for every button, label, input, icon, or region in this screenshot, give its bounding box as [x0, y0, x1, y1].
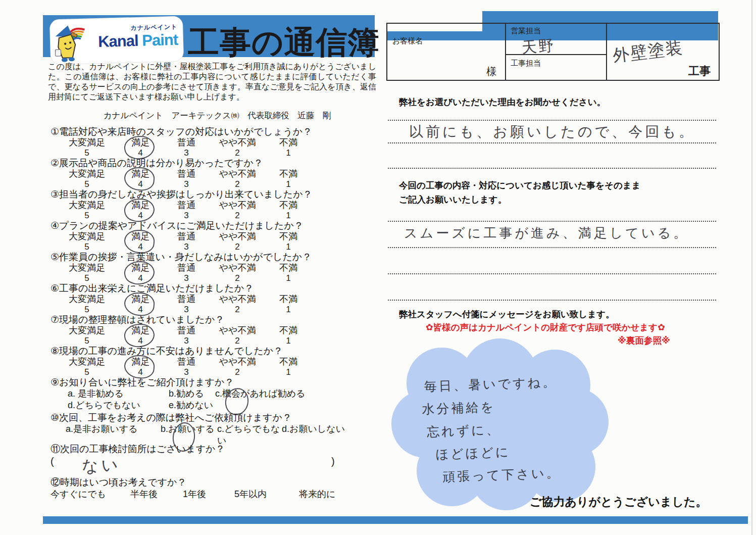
question-12-timing: ⑫時期はいつ頃お考えですか？ 今すぐにでも半年後1年後5年以内将来的に — [51, 477, 379, 507]
option-e: e.勧めない — [169, 400, 213, 411]
scale-label: 大変満足 — [57, 200, 117, 211]
option-d: d.どちらでもない — [68, 400, 169, 411]
scale-value: 5 — [57, 305, 117, 314]
scale-value: 2 — [209, 242, 266, 252]
option-now: 今すぐにでも — [51, 488, 130, 500]
scale-value: 1 — [266, 242, 311, 252]
scale-label: やや不満 — [209, 325, 266, 336]
message-section-title: 弊社スタッフへ付箋にメッセージをお願い致します。 — [399, 308, 615, 320]
question-number: ⑧ — [51, 346, 59, 356]
scale-value: 2 — [209, 305, 266, 314]
scale-value: 5 — [57, 242, 117, 252]
scale-label: 大変満足 — [57, 263, 117, 273]
question-number: ⑨ — [51, 377, 59, 387]
rating-question-1: ①電話対応や来店時のスタッフの対応はいかがでしょうか？ 大変満足満足普通やや不満… — [51, 126, 379, 158]
scale-value: 2 — [209, 179, 266, 189]
scale-value: 1 — [266, 179, 311, 189]
scale-value: 3 — [164, 367, 209, 377]
scale-value: 3 — [164, 336, 209, 346]
question-number: ⑩ — [51, 412, 59, 423]
scale-label: 普通 — [164, 325, 209, 336]
scale-label: やや不満 — [209, 137, 266, 148]
scale-value: 2 — [209, 148, 266, 158]
question-9-referral: ⑨お知り合いに弊社をご紹介頂けますか？ a. 是非勧めるb.勧めるc.機会があれ… — [51, 377, 379, 412]
scale-label: 普通 — [164, 200, 209, 211]
sales-rep-handwritten-name: 天野 — [521, 35, 556, 59]
answer-paren-open: ( — [51, 456, 54, 467]
sticky-note-flower: 毎日、暑いですね。 水分補給を 忘れずに、 ほどほどに 頑張って下さい。 — [390, 342, 609, 510]
question-text: 時期はいつ頃お考えですか？ — [60, 477, 187, 488]
reason-handwritten-answer: 以前にも、お願いしたので、今回も。 — [409, 122, 695, 141]
right-column: お客様名 様 営業担当 天野 工事担当 外壁塗装 工事 弊社をお選びいただいた理… — [386, 0, 730, 535]
question-text: 工事の出来栄えにご満足いただけましたか？ — [59, 283, 254, 294]
question-number: ③ — [51, 189, 59, 200]
question-text: 次回の工事検討箇所はございますか？ — [60, 444, 225, 454]
question-text: 電話対応や来店時のスタッフの対応はいかがでしょうか？ — [59, 126, 312, 137]
scale-value: 5 — [57, 367, 117, 377]
scale-label: 大変満足 — [57, 357, 117, 367]
question-number: ② — [51, 158, 59, 168]
scale-value: 1 — [266, 336, 311, 346]
scale-value: 5 — [57, 211, 117, 220]
customer-name-label: お客様名 — [392, 36, 423, 46]
question-text: お知り合いに弊社をご紹介頂けますか？ — [59, 377, 234, 387]
answer-paren-close: ) — [331, 456, 335, 467]
scale-value: 3 — [164, 305, 209, 314]
scale-value: 3 — [164, 148, 209, 158]
answer-line — [388, 120, 716, 121]
answer-line — [388, 300, 716, 301]
table-divider — [505, 54, 607, 55]
impression-handwritten-answer: スムーズに工事が進み、満足している。 — [404, 224, 689, 242]
question-number: ⑫ — [51, 477, 60, 488]
scale-value: 2 — [209, 273, 266, 283]
scale-label: 不満 — [266, 169, 311, 179]
handwritten-answer: ない — [81, 454, 122, 478]
question-number: ① — [51, 126, 59, 137]
survey-questions-column: ①電話対応や来店時のスタッフの対応はいかがでしょうか？ 大変満足満足普通やや不満… — [51, 126, 379, 507]
scale-value: 3 — [164, 179, 209, 189]
scale-label: 不満 — [266, 231, 311, 242]
scale-label: 大変満足 — [57, 325, 117, 336]
scale-label: 普通 — [164, 231, 209, 242]
mascot-house-painter-icon — [54, 22, 88, 63]
scale-label: 普通 — [164, 357, 209, 367]
question-text: 次回、工事をお考えの際は弊社へご依頼頂けますか？ — [59, 412, 292, 423]
rating-question-7: ⑦現場の整理整頓はされていましたか？ 大変満足満足普通やや不満不満 54321 — [51, 314, 379, 346]
rating-question-8: ⑧現場の工事の進み方に不安はありませんでしたか？ 大変満足満足普通やや不満不満 … — [51, 346, 379, 377]
scale-value: 2 — [209, 367, 266, 377]
scale-value: 5 — [57, 148, 117, 158]
scale-value: 3 — [164, 211, 209, 220]
scale-label: 不満 — [266, 325, 311, 336]
question-text: プランの提案やアドバイスにご満足いただけましたか？ — [59, 220, 304, 231]
answer-line — [388, 221, 716, 222]
scale-value: 1 — [266, 367, 311, 377]
rating-question-6: ⑥工事の出来栄えにご満足いただけましたか？ 大変満足満足普通やや不満不満 543… — [51, 283, 379, 314]
scale-label: 大変満足 — [57, 169, 117, 179]
scale-value: 1 — [266, 211, 311, 220]
scale-label: 大変満足 — [57, 137, 117, 148]
document-title: 工事の通信簿 — [188, 21, 379, 64]
option-one-year: 1年後 — [183, 488, 234, 500]
option-half-year: 半年後 — [130, 488, 183, 500]
intro-paragraph: この度は、カナルペイントに外壁・屋根塗装工事をご利用頂き誠にありがとうございまし… — [48, 62, 376, 102]
kanal-paint-logo: カナルペイント Kanal Paint — [50, 17, 183, 65]
answer-line — [388, 142, 716, 143]
sales-rep-label: 営業担当 — [511, 26, 541, 36]
rating-question-3: ③担当者の身だしなみや挨拶はしっかり出来ていましたか？ 大変満足満足普通やや不満… — [51, 189, 379, 220]
impression-section-title-line1: 今回の工事の内容・対応についてお感じ頂いた事をそのまま — [399, 179, 641, 191]
scale-value: 2 — [209, 211, 266, 220]
question-number: ⑥ — [51, 283, 59, 294]
scan-edge-artifact — [751, 0, 752, 535]
option-b: b.勧める — [169, 388, 215, 400]
sticky-handwritten-message: 毎日、暑いですね。 水分補給を 忘れずに、 ほどほどに 頑張って下さい。 — [424, 370, 561, 489]
logo-text: カナルペイント Kanal Paint — [97, 23, 178, 51]
scale-label: 普通 — [164, 137, 209, 148]
scale-value: 5 — [57, 336, 117, 346]
impression-section-title-line2: ご記入お願いいたします。 — [399, 193, 507, 206]
answer-line — [388, 273, 716, 274]
scale-label: やや不満 — [209, 357, 266, 367]
option-five-years: 5年以内 — [234, 488, 299, 500]
question-number: ⑦ — [51, 314, 59, 325]
question-11-next-work: ⑪次回の工事検討箇所はございますか？ ( ない ) — [51, 444, 379, 477]
scale-label: 普通 — [164, 294, 209, 305]
